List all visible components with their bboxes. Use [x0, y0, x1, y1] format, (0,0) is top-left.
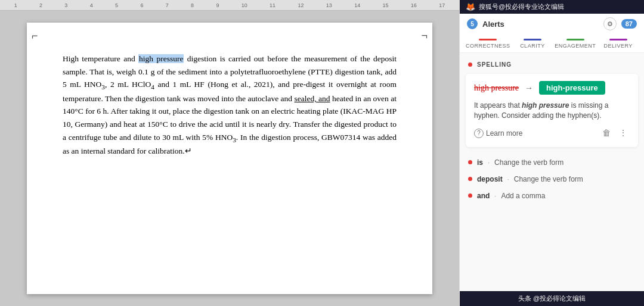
score-badge: 87 [621, 19, 637, 29]
alert-word-is: is [477, 158, 483, 167]
settings-icon[interactable]: ⚙ [603, 17, 617, 30]
card-actions: 🗑 ⋮ [600, 127, 630, 140]
watermark-top-text: 搜狐号@投必得专业论文编辑 [479, 2, 564, 11]
alert-dot-deposit [468, 177, 472, 181]
alerts-title: Alerts [482, 20, 599, 29]
alerts-bar: 5 Alerts ⚙ 87 [460, 14, 644, 34]
tab-delivery-label: DELIVERY [603, 43, 632, 49]
document-area: 1 2 3 4 5 6 7 8 9 10 11 12 13 14 15 16 1… [0, 0, 459, 306]
watermark-logo-icon: 🦊 [466, 2, 475, 11]
underlined-phrase: sealed, and [294, 94, 330, 103]
desc-prefix: It appears that [474, 101, 522, 110]
corner-mark-tr: ¬ [421, 27, 428, 45]
corner-mark-tl: ⌐ [32, 27, 38, 45]
learn-more-text: Learn more [486, 129, 522, 138]
tab-engagement-label: ENGAGEMENT [555, 43, 596, 49]
tab-correctness[interactable]: CORRECTNESS [465, 36, 512, 52]
correct-word[interactable]: high-pressure [539, 81, 605, 95]
alert-item-and[interactable]: and · Add a comma [460, 188, 644, 204]
alerts-badge: 5 [467, 18, 478, 29]
delivery-indicator [609, 39, 627, 40]
desc-em: high pressure [522, 101, 569, 110]
text-after-highlight: digestion is carried out before the meas… [63, 54, 397, 155]
correctness-indicator [479, 39, 497, 40]
tab-delivery[interactable]: DELIVERY [597, 36, 639, 52]
arrow-icon: → [525, 83, 533, 93]
alert-suggestion-and: Add a comma [501, 192, 545, 200]
alert-suggestion-deposit: Change the verb form [514, 175, 583, 183]
document-page[interactable]: ⌐ ¬ High temperature and high pressure d… [27, 23, 432, 294]
alert-item-deposit[interactable]: deposit · Change the verb form [460, 171, 644, 188]
alert-item-is[interactable]: is · Change the verb form [460, 154, 644, 171]
spelling-card[interactable]: high pressure → high-pressure It appears… [466, 74, 638, 147]
document-text[interactable]: High temperature and high pressure diges… [63, 52, 397, 158]
tab-clarity-label: CLARITY [520, 43, 545, 49]
alert-suggestion-is: Change the verb form [494, 158, 564, 167]
tab-clarity[interactable]: CLARITY [512, 36, 554, 52]
alert-dot-and [468, 193, 472, 198]
wrong-word: high pressure [474, 83, 519, 93]
alert-word-and: and [477, 192, 490, 200]
alert-dot-is [468, 160, 472, 164]
alert-word-deposit: deposit [477, 175, 503, 183]
learn-more-link[interactable]: ? Learn more [474, 129, 522, 138]
spelling-description: It appears that high pressure is missing… [474, 101, 630, 121]
watermark-bottom: 头条 @投必得论文编辑 [460, 291, 644, 306]
clarity-indicator [524, 39, 541, 40]
ruler: 1 2 3 4 5 6 7 8 9 10 11 12 13 14 15 16 1… [0, 0, 459, 11]
right-panel: 🦊 搜狐号@投必得专业论文编辑 5 Alerts ⚙ 87 CORRECTNES… [459, 0, 644, 306]
text-before-highlight: High temperature and [63, 54, 138, 63]
spelling-dot [468, 63, 472, 67]
alert-sep-is: · [488, 159, 490, 166]
engagement-indicator [566, 39, 584, 40]
tab-correctness-label: CORRECTNESS [466, 43, 510, 49]
more-icon[interactable]: ⋮ [617, 127, 630, 140]
watermark-top: 🦊 搜狐号@投必得专业论文编辑 [460, 0, 644, 14]
document-page-area: ⌐ ¬ High temperature and high pressure d… [0, 11, 459, 306]
question-icon: ? [474, 129, 484, 138]
tab-engagement[interactable]: ENGAGEMENT [553, 36, 597, 52]
panel-content: SPELLING high pressure → high-pressure I… [460, 53, 644, 291]
alert-sep-and: · [494, 192, 496, 199]
watermark-bottom-text: 头条 @投必得论文编辑 [518, 295, 586, 302]
spelling-correction: high pressure → high-pressure [474, 81, 630, 95]
alerts-icons: ⚙ 87 [603, 17, 637, 30]
alert-sep-deposit: · [507, 176, 509, 183]
highlighted-phrase: high pressure [138, 54, 184, 63]
learn-more-row: ? Learn more 🗑 ⋮ [474, 127, 630, 140]
spelling-title: SPELLING [477, 61, 512, 68]
ruler-numbers: 1 2 3 4 5 6 7 8 9 10 11 12 13 14 15 16 1… [3, 2, 456, 8]
delete-icon[interactable]: 🗑 [600, 127, 613, 140]
spelling-section-header: SPELLING [460, 59, 644, 70]
tabs-bar: CORRECTNESS CLARITY ENGAGEMENT DELIVERY [460, 34, 644, 53]
